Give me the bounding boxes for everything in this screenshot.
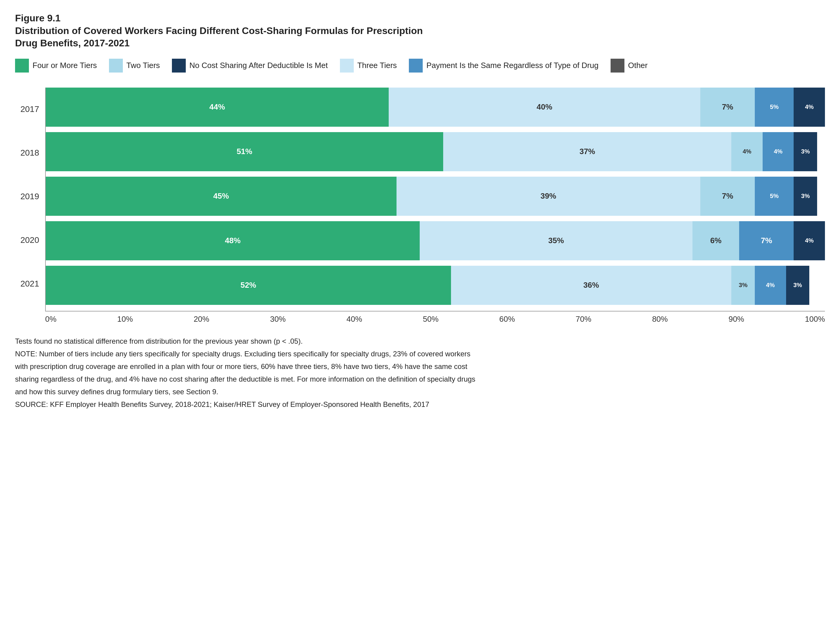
legend-item-four-tiers: Four or More Tiers <box>15 59 97 72</box>
x-tick-1: 10% <box>117 315 133 324</box>
legend-swatch-three-tiers <box>340 59 354 72</box>
x-tick-0: 0% <box>45 315 57 324</box>
bar-segment-2017-3: 5% <box>755 88 794 127</box>
legend-item-other: Other <box>611 59 647 72</box>
x-tick-10: 100% <box>805 315 825 324</box>
bars-container: 44%40%7%5%4%51%37%4%4%3%45%39%7%5%3%48%3… <box>45 88 825 312</box>
bar-segment-2018-2: 4% <box>731 132 763 171</box>
legend-item-three-tiers: Three Tiers <box>340 59 397 72</box>
page-container: Figure 9.1 Distribution of Covered Worke… <box>15 12 825 410</box>
bar-segment-2020-0: 48% <box>46 221 420 260</box>
footnotes: Tests found no statistical difference fr… <box>15 336 798 410</box>
footnote-source: SOURCE: KFF Employer Health Benefits Sur… <box>15 399 798 410</box>
legend-swatch-no-cost <box>172 59 186 72</box>
title-line3: Drug Benefits, 2017-2021 <box>15 37 825 50</box>
legend-swatch-same-payment <box>409 59 423 72</box>
y-label-2020: 2020 <box>15 235 39 245</box>
legend: Four or More Tiers Two Tiers No Cost Sha… <box>15 59 825 72</box>
bar-segment-2020-3: 7% <box>739 221 794 260</box>
bar-segment-2019-1: 39% <box>396 177 700 216</box>
bar-segment-2020-2: 6% <box>693 221 739 260</box>
footnote-5: and how this survey defines drug formula… <box>15 386 798 397</box>
figure-title: Figure 9.1 Distribution of Covered Worke… <box>15 12 825 50</box>
x-tick-4: 40% <box>347 315 362 324</box>
x-tick-2: 20% <box>194 315 209 324</box>
bar-segment-2021-4: 3% <box>786 266 810 305</box>
bar-segment-2018-4: 3% <box>794 132 817 171</box>
legend-label-same-payment: Payment Is the Same Regardless of Type o… <box>426 61 598 70</box>
x-tick-7: 70% <box>576 315 591 324</box>
bar-segment-2017-0: 44% <box>46 88 389 127</box>
bar-segment-2017-1: 40% <box>389 88 700 127</box>
title-line1: Figure 9.1 <box>15 12 825 25</box>
chart-inner: 44%40%7%5%4%51%37%4%4%3%45%39%7%5%3%48%3… <box>45 88 825 324</box>
bar-segment-2018-0: 51% <box>46 132 443 171</box>
chart-area: 2017 2018 2019 2020 2021 44%40%7%5%4%51%… <box>15 88 825 324</box>
legend-item-same-payment: Payment Is the Same Regardless of Type o… <box>409 59 598 72</box>
bar-segment-2018-1: 37% <box>443 132 732 171</box>
footnote-2: NOTE: Number of tiers include any tiers … <box>15 348 798 359</box>
legend-item-no-cost: No Cost Sharing After Deductible Is Met <box>172 59 328 72</box>
bar-segment-2019-4: 3% <box>794 177 817 216</box>
legend-label-four-tiers: Four or More Tiers <box>33 61 97 70</box>
bar-segment-2017-4: 4% <box>794 88 825 127</box>
footnote-1: Tests found no statistical difference fr… <box>15 336 798 347</box>
legend-label-two-tiers: Two Tiers <box>126 61 160 70</box>
bar-row-2020: 48%35%6%7%4% <box>46 221 825 260</box>
legend-label-other: Other <box>628 61 647 70</box>
bar-segment-2019-0: 45% <box>46 177 396 216</box>
y-label-2017: 2017 <box>15 104 39 114</box>
x-tick-9: 90% <box>729 315 744 324</box>
bar-row-2021: 52%36%3%4%3% <box>46 266 825 305</box>
bar-row-2018: 51%37%4%4%3% <box>46 132 825 171</box>
bar-row-2019: 45%39%7%5%3% <box>46 177 825 216</box>
bar-segment-2017-2: 7% <box>700 88 755 127</box>
bar-segment-2019-3: 5% <box>755 177 794 216</box>
x-tick-3: 30% <box>270 315 286 324</box>
y-label-2021: 2021 <box>15 279 39 288</box>
title-line2: Distribution of Covered Workers Facing D… <box>15 25 825 37</box>
y-label-2018: 2018 <box>15 148 39 158</box>
x-axis: 0%10%20%30%40%50%60%70%80%90%100% <box>45 312 825 324</box>
x-tick-8: 80% <box>652 315 668 324</box>
legend-swatch-four-tiers <box>15 59 29 72</box>
legend-label-no-cost: No Cost Sharing After Deductible Is Met <box>189 61 328 70</box>
y-label-2019: 2019 <box>15 192 39 201</box>
x-tick-5: 50% <box>423 315 439 324</box>
bar-segment-2021-2: 3% <box>731 266 755 305</box>
y-axis-labels: 2017 2018 2019 2020 2021 <box>15 88 39 324</box>
legend-swatch-other <box>611 59 624 72</box>
legend-swatch-two-tiers <box>109 59 123 72</box>
footnote-4: sharing regardless of the drug, and 4% h… <box>15 374 798 385</box>
bar-segment-2021-3: 4% <box>755 266 786 305</box>
legend-label-three-tiers: Three Tiers <box>357 61 397 70</box>
legend-row-2: Three Tiers Payment Is the Same Regardle… <box>340 59 647 72</box>
bar-segment-2020-4: 4% <box>794 221 825 260</box>
bar-segment-2021-1: 36% <box>451 266 732 305</box>
bar-row-2017: 44%40%7%5%4% <box>46 88 825 127</box>
bar-segment-2019-2: 7% <box>700 177 755 216</box>
footnote-3: with prescription drug coverage are enro… <box>15 361 798 372</box>
bar-segment-2020-1: 35% <box>420 221 693 260</box>
legend-row-1: Four or More Tiers Two Tiers No Cost Sha… <box>15 59 328 72</box>
bar-segment-2018-3: 4% <box>763 132 794 171</box>
x-tick-6: 60% <box>499 315 515 324</box>
bar-segment-2021-0: 52% <box>46 266 451 305</box>
legend-item-two-tiers: Two Tiers <box>109 59 160 72</box>
